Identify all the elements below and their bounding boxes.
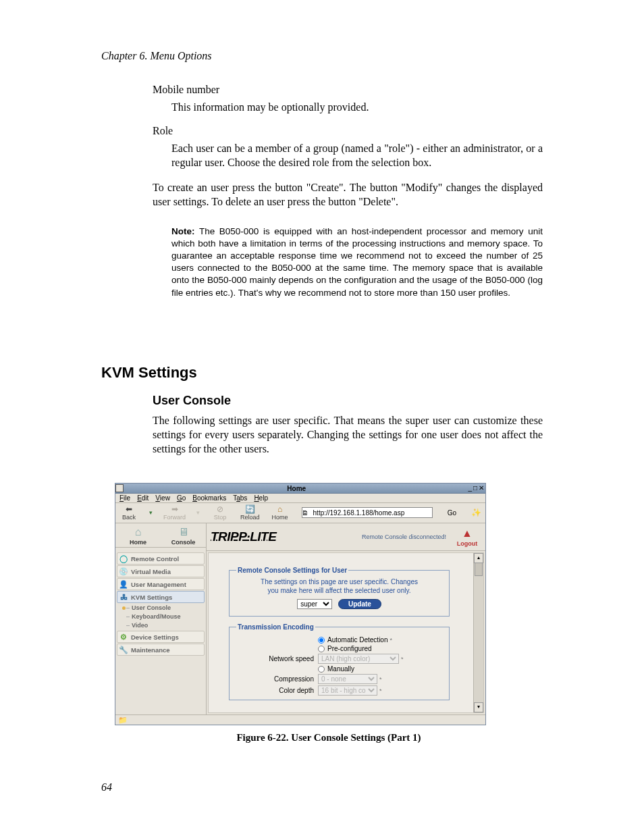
userman-icon: 👤: [119, 580, 128, 588]
menu-go[interactable]: Go: [177, 494, 186, 502]
nav-console-tile[interactable]: 🖥 Console: [161, 523, 206, 547]
nav-kvm-label: KVM Settings: [131, 594, 172, 601]
asterisk-icon: *: [390, 637, 393, 644]
reload-button[interactable]: 🔄 Reload: [240, 504, 260, 521]
note-label: Note:: [171, 226, 195, 236]
fs2-legend: Transmission Encoding: [236, 623, 315, 631]
fs1-info: The settings on this page are user speci…: [236, 578, 442, 595]
nav-sub-keyboard[interactable]: Keyboard/Mouse: [126, 613, 205, 621]
url-input[interactable]: [302, 507, 433, 518]
scroll-up-button[interactable]: ▴: [474, 553, 483, 563]
nav-user-management[interactable]: 👤User Management: [117, 578, 205, 590]
menu-tabs[interactable]: Tabs: [233, 494, 247, 502]
nav-maintenance[interactable]: 🔧Maintenance: [117, 644, 205, 656]
fs1-info1: The settings on this page are user speci…: [261, 578, 418, 585]
menu-edit[interactable]: Edit: [137, 494, 149, 502]
remote-icon: ◯: [119, 554, 128, 563]
term-role: Role: [153, 125, 543, 137]
label-color-depth: Color depth: [236, 687, 318, 694]
asterisk-icon: *: [401, 656, 404, 662]
window-title: Home: [125, 485, 468, 492]
h2-kvm-settings: KVM Settings: [101, 364, 543, 382]
stop-icon: ⊘: [215, 504, 225, 514]
forward-button[interactable]: ➡ Forward: [163, 504, 186, 521]
titlebar: Home _ □ ✕: [115, 484, 485, 494]
menu-bookmarks[interactable]: Bookmarks: [192, 494, 226, 502]
brand-bar: TRIPP·LITE Remote Console disconnected! …: [207, 523, 485, 551]
close-button[interactable]: ✕: [479, 485, 484, 492]
page-icon: 🗎: [300, 509, 308, 517]
maint-icon: 🔧: [119, 646, 128, 654]
status-text: Remote Console disconnected!: [276, 533, 453, 540]
nav-home-tile[interactable]: ⌂ Home: [115, 523, 161, 547]
forward-split-icon[interactable]: ▾: [196, 509, 200, 516]
radio-manual[interactable]: [318, 666, 325, 673]
home-button[interactable]: ⌂ Home: [271, 504, 290, 521]
asterisk-icon: *: [379, 676, 382, 683]
nav-sub-video[interactable]: Video: [126, 621, 205, 630]
label-compression: Compression: [236, 675, 318, 683]
figure-screenshot: Home _ □ ✕ File Edit View Go Bookmarks T…: [115, 483, 543, 744]
console-tile-label: Console: [171, 539, 196, 546]
back-button[interactable]: ⬅ Back: [119, 504, 138, 521]
note-text: The B050-000 is equipped with an host-in…: [171, 226, 543, 298]
select-color-depth[interactable]: 16 bit - high col: [318, 685, 377, 696]
back-label: Back: [122, 514, 136, 521]
nav-kvm-settings[interactable]: 🖧KVM Settings: [117, 591, 205, 603]
figure-caption: Figure 6-22. User Console Settings (Part…: [115, 732, 543, 744]
nav-sub-userconsole[interactable]: User Console: [126, 604, 205, 613]
menubar: File Edit View Go Bookmarks Tabs Help: [115, 494, 485, 503]
forward-label: Forward: [163, 514, 186, 521]
brand-logo: TRIPP·LITE: [211, 529, 276, 544]
select-network-speed[interactable]: LAN (high color): [318, 654, 399, 664]
label-network-speed: Network speed: [236, 655, 318, 662]
nav-device-settings[interactable]: ⚙Device Settings: [117, 631, 205, 643]
defn-role: Each user can be a member of a group (na…: [171, 141, 543, 170]
term-mobile: Mobile number: [153, 84, 543, 96]
form-area: ▴ ▾ Remote Console Settings for User The…: [208, 552, 484, 713]
nav-virtual-media[interactable]: 💿Virtual Media: [117, 565, 205, 577]
nav-maint-label: Maintenance: [131, 646, 170, 654]
radio-pre[interactable]: [318, 646, 325, 652]
back-split-icon[interactable]: ▾: [149, 509, 153, 516]
nav-remote-control[interactable]: ◯Remote Control: [117, 552, 205, 565]
user-select[interactable]: super: [297, 599, 332, 609]
toolbar: ⬅ Back ▾ ➡ Forward ▾ ⊘ Stop 🔄 Reload: [115, 503, 485, 523]
scrollbar[interactable]: ▴ ▾: [473, 553, 483, 712]
right-column: TRIPP·LITE Remote Console disconnected! …: [207, 523, 485, 714]
select-compression[interactable]: 0 - none: [318, 674, 377, 684]
menu-view[interactable]: View: [155, 494, 170, 502]
kvm-icon: 🖧: [119, 593, 128, 601]
radio-auto[interactable]: [318, 637, 325, 644]
scroll-down-button[interactable]: ▾: [474, 702, 483, 712]
home-label: Home: [272, 514, 288, 521]
stop-button: ⊘ Stop: [211, 504, 230, 521]
forward-icon: ➡: [169, 504, 180, 514]
label-manual: Manually: [327, 665, 354, 673]
home-tile-icon: ⌂: [115, 526, 161, 538]
left-iconbar: ⌂ Home 🖥 Console: [115, 523, 206, 548]
stop-label: Stop: [214, 514, 227, 521]
fs1-legend: Remote Console Settings for User: [236, 567, 348, 574]
maximize-button[interactable]: □: [473, 485, 477, 492]
reload-label: Reload: [240, 514, 260, 521]
logout-button[interactable]: ▲ Logout: [453, 527, 481, 547]
minimize-button[interactable]: _: [468, 485, 472, 492]
scroll-thumb[interactable]: [475, 563, 483, 576]
reload-icon: 🔄: [244, 504, 255, 514]
logout-icon: ▲: [453, 527, 481, 540]
chapter-header: Chapter 6. Menu Options: [101, 50, 543, 62]
label-auto: Automatic Detection: [327, 636, 388, 644]
virtual-icon: 💿: [119, 567, 128, 575]
address-bar: 🗎: [300, 507, 433, 518]
update-button[interactable]: Update: [338, 599, 381, 609]
go-button[interactable]: Go: [444, 509, 460, 517]
sysmenu-icon[interactable]: [115, 484, 124, 492]
menu-file[interactable]: File: [119, 494, 130, 502]
home-tile-label: Home: [130, 539, 146, 546]
wand-icon[interactable]: ✨: [471, 508, 481, 517]
note-block: Note: The B050-000 is equipped with an h…: [171, 226, 543, 299]
para-userconsole: The following settings are user specific…: [153, 413, 543, 456]
para-create: To create an user press the button "Crea…: [153, 180, 543, 209]
menu-help[interactable]: Help: [254, 494, 268, 502]
